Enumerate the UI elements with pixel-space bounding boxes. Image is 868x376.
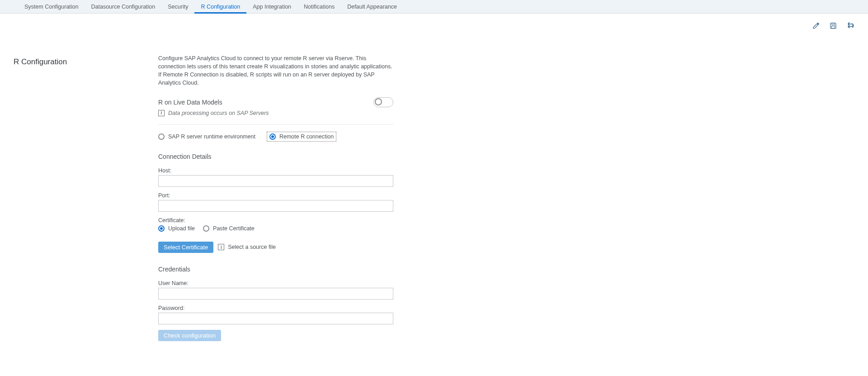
radio-sap-runtime[interactable]: SAP R server runtime environment xyxy=(158,133,255,140)
tab-bar: System Configuration Datasource Configur… xyxy=(0,0,868,14)
username-input[interactable] xyxy=(158,288,393,300)
info-icon: i xyxy=(158,110,165,116)
host-label: Host: xyxy=(158,167,393,174)
select-source-text: Select a source file xyxy=(228,244,276,250)
upload-file-label: Upload file xyxy=(168,225,195,232)
tab-app-integration[interactable]: App Integration xyxy=(246,0,297,13)
port-input[interactable] xyxy=(158,200,393,212)
radio-sap-label: SAP R server runtime environment xyxy=(168,133,255,140)
info-icon: i xyxy=(218,244,224,250)
radio-circle xyxy=(158,225,165,232)
credentials-heading: Credentials xyxy=(158,266,393,273)
tab-datasource-configuration[interactable]: Datasource Configuration xyxy=(85,0,162,13)
tab-security[interactable]: Security xyxy=(161,0,194,13)
live-data-toggle[interactable] xyxy=(373,97,393,107)
certificate-label: Certificate: xyxy=(158,217,393,224)
tab-default-appearance[interactable]: Default Appearance xyxy=(341,0,403,13)
toggle-knob xyxy=(375,98,382,105)
host-input[interactable] xyxy=(158,175,393,187)
radio-upload-file[interactable]: Upload file xyxy=(158,225,195,232)
radio-circle xyxy=(269,133,276,140)
radio-circle xyxy=(203,225,209,232)
page-body: R Configuration Configure SAP Analytics … xyxy=(0,14,497,359)
edit-icon[interactable] xyxy=(812,22,820,30)
page-toolbar xyxy=(812,22,854,30)
live-data-note: Data processing occurs on SAP Servers xyxy=(168,110,269,116)
connection-details-heading: Connection Details xyxy=(158,153,393,160)
username-label: User Name: xyxy=(158,280,393,286)
runtime-radio-group: SAP R server runtime environment Remote … xyxy=(158,133,393,140)
page-description: Configure SAP Analytics Cloud to connect… xyxy=(158,54,393,87)
undo-icon[interactable] xyxy=(846,22,854,30)
radio-remote-connection[interactable]: Remote R connection xyxy=(268,133,335,140)
radio-remote-label: Remote R connection xyxy=(279,133,334,140)
paste-certificate-label: Paste Certificate xyxy=(213,225,255,232)
radio-paste-certificate[interactable]: Paste Certificate xyxy=(203,225,255,232)
save-icon[interactable] xyxy=(829,22,837,30)
certificate-mode-group: Upload file Paste Certificate xyxy=(158,225,393,232)
tab-notifications[interactable]: Notifications xyxy=(297,0,341,13)
live-data-label: R on Live Data Models xyxy=(158,99,222,106)
tab-system-configuration[interactable]: System Configuration xyxy=(18,0,85,13)
port-label: Port: xyxy=(158,192,393,199)
radio-circle xyxy=(158,133,165,140)
check-configuration-button[interactable]: Check configuration xyxy=(158,330,221,341)
password-label: Password: xyxy=(158,305,393,311)
password-input[interactable] xyxy=(158,313,393,324)
page-title: R Configuration xyxy=(14,57,158,67)
svg-rect-2 xyxy=(832,26,835,29)
tab-r-configuration[interactable]: R Configuration xyxy=(194,0,246,14)
select-certificate-button[interactable]: Select Certificate xyxy=(158,242,213,253)
